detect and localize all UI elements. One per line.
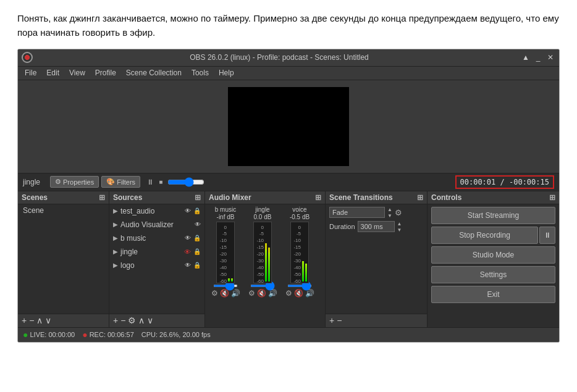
jingle-gear-icon[interactable]: ⚙ xyxy=(248,289,255,298)
controls-options-icon[interactable]: ⊞ xyxy=(549,193,555,202)
sources-up-button[interactable]: ∧ xyxy=(138,316,145,325)
stop-recording-button[interactable]: Stop Recording xyxy=(431,227,538,244)
source-eye-icon[interactable]: 👁 xyxy=(185,207,191,214)
source-eye-icon[interactable]: 👁 xyxy=(185,262,191,269)
scenes-add-button[interactable]: + xyxy=(22,316,27,325)
transitions-options-icon[interactable]: ⊞ xyxy=(417,193,423,202)
obs-logo xyxy=(22,52,33,63)
duration-arrows[interactable]: ▲▼ xyxy=(397,221,402,233)
source-lock-icon: 🔒 xyxy=(193,248,201,255)
settings-button[interactable]: Settings xyxy=(431,266,555,283)
start-streaming-button[interactable]: Start Streaming xyxy=(431,207,555,224)
scenes-remove-button[interactable]: − xyxy=(29,316,34,325)
audio-options-icon[interactable]: ⊞ xyxy=(315,193,321,202)
menu-scene-collection[interactable]: Scene Collection xyxy=(122,67,186,78)
toolbar-left: jingle Properties Filters ⏸ ■ xyxy=(23,176,204,188)
close-button[interactable]: ✕ xyxy=(545,52,555,62)
scenes-down-button[interactable]: ∨ xyxy=(45,316,51,325)
fader-jingle[interactable] xyxy=(250,285,275,287)
exit-button[interactable]: Exit xyxy=(431,286,555,303)
scenes-footer: + − ∧ ∨ xyxy=(18,314,109,327)
stop-recording-row: Stop Recording ⏸ xyxy=(431,227,555,244)
transition-select[interactable]: Fade Cut Swipe xyxy=(329,207,385,218)
pause-icon[interactable]: ⏸ xyxy=(146,178,154,186)
stop-icon[interactable]: ■ xyxy=(159,178,162,185)
bmusic-gear-icon[interactable]: ⚙ xyxy=(211,289,218,298)
source-eye-red-icon[interactable]: 👁 xyxy=(184,248,191,256)
filter-icon xyxy=(106,178,115,186)
source-item-audio-visualizer[interactable]: ▶ Audio Visualizer 👁 xyxy=(109,218,204,231)
scene-item[interactable]: Scene xyxy=(18,204,109,217)
filters-button[interactable]: Filters xyxy=(101,176,140,188)
audio-channel-voice: voice -0.5 dB 0-5-10-15-20-30-40-50-60 xyxy=(282,206,318,298)
source-item-b-music[interactable]: ▶ b music 👁 🔒 xyxy=(109,231,204,245)
fader-voice[interactable] xyxy=(287,285,312,287)
menu-profile[interactable]: Profile xyxy=(91,67,120,78)
source-eye-icon[interactable]: 👁 xyxy=(185,235,191,241)
transitions-header: Scene Transitions ⊞ xyxy=(326,191,427,204)
sources-add-button[interactable]: + xyxy=(113,316,118,325)
audio-mixer-header: Audio Mixer ⊞ xyxy=(205,191,325,204)
source-item-logo[interactable]: ▶ logo 👁 🔒 xyxy=(109,259,204,272)
voice-mute-icon[interactable]: 🔇 xyxy=(294,289,303,298)
voice-audio-icon[interactable]: 🔊 xyxy=(305,289,314,298)
transitions-footer: + − xyxy=(326,314,427,327)
bmusic-audio-icon[interactable]: 🔊 xyxy=(231,289,240,298)
transition-gear-icon[interactable]: ⚙ xyxy=(395,208,402,217)
minimize-button[interactable]: ▲ xyxy=(521,52,531,62)
meter-voice: 0-5-10-15-20-30-40-50-60 xyxy=(290,222,309,283)
jingle-audio-icon[interactable]: 🔊 xyxy=(268,289,277,298)
sources-options-icon[interactable]: ⊞ xyxy=(195,193,201,202)
jingle-channel-icons: ⚙ 🔇 🔊 xyxy=(248,289,277,298)
preview-canvas xyxy=(228,87,349,166)
voice-gear-icon[interactable]: ⚙ xyxy=(285,289,292,298)
source-lock-icon: 🔒 xyxy=(193,235,201,241)
scenes-up-button[interactable]: ∧ xyxy=(36,316,43,325)
menu-file[interactable]: File xyxy=(20,67,41,78)
menu-view[interactable]: View xyxy=(65,67,90,78)
menu-bar: File Edit View Profile Scene Collection … xyxy=(18,67,559,80)
sources-header: Sources ⊞ xyxy=(109,191,204,204)
jingle-mute-icon[interactable]: 🔇 xyxy=(257,289,266,298)
source-play-icon: ▶ xyxy=(113,235,118,241)
studio-mode-button[interactable]: Studio Mode xyxy=(431,246,555,264)
gear-icon xyxy=(55,178,61,186)
voice-channel-icons: ⚙ 🔇 🔊 xyxy=(285,289,314,298)
sources-remove-button[interactable]: − xyxy=(120,316,125,325)
timer-display: 00:00:01 / -00:00:15 xyxy=(455,175,555,189)
source-play-icon: ▶ xyxy=(113,262,118,269)
duration-input[interactable] xyxy=(358,221,395,232)
sources-footer: + − ⚙ ∧ ∨ xyxy=(109,314,204,327)
properties-button[interactable]: Properties xyxy=(50,176,99,188)
transitions-add-button[interactable]: + xyxy=(329,316,334,325)
source-item-test-audio[interactable]: ▶ test_audio 👁 🔒 xyxy=(109,204,204,218)
source-item-jingle[interactable]: ▶ jingle 👁 🔒 xyxy=(109,245,204,259)
source-play-icon: ▶ xyxy=(113,207,118,214)
maximize-button[interactable]: _ xyxy=(533,52,543,62)
volume-slider[interactable] xyxy=(167,177,204,187)
scenes-options-icon[interactable]: ⊞ xyxy=(99,193,105,202)
sources-settings-button[interactable]: ⚙ xyxy=(128,316,136,325)
fader-bmusic[interactable] xyxy=(213,285,238,287)
title-bar: OBS 26.0.2 (linux) - Profile: podcast - … xyxy=(18,49,559,67)
toolbar-strip: jingle Properties Filters ⏸ ■ 00:00:01 /… xyxy=(18,173,559,191)
transitions-content: Fade Cut Swipe ▲▼ ⚙ Duration ▲▼ xyxy=(326,204,427,314)
source-eye-icon[interactable]: 👁 xyxy=(195,221,201,228)
panels-row: Scenes ⊞ Scene + − ∧ ∨ Sources ⊞ ▶ xyxy=(18,191,559,327)
menu-tools[interactable]: Tools xyxy=(187,67,213,78)
sources-down-button[interactable]: ∨ xyxy=(147,316,153,325)
meter-jingle: 0-5-10-15-20-30-40-50-60 xyxy=(253,222,272,283)
scenes-header: Scenes ⊞ xyxy=(18,191,109,204)
sources-panel: Sources ⊞ ▶ test_audio 👁 🔒 ▶ Audio Visua… xyxy=(109,191,205,327)
recording-pause-button[interactable]: ⏸ xyxy=(539,227,555,244)
obs-window: OBS 26.0.2 (linux) - Profile: podcast - … xyxy=(17,49,560,343)
transitions-remove-button[interactable]: − xyxy=(337,316,342,325)
menu-help[interactable]: Help xyxy=(214,67,238,78)
menu-edit[interactable]: Edit xyxy=(42,67,64,78)
bmusic-mute-icon[interactable]: 🔇 xyxy=(220,289,229,298)
scenes-list: Scene xyxy=(18,204,109,314)
source-play-icon: ▶ xyxy=(113,248,118,255)
meter-bmusic: 0-5-10-15-20-30-40-50-60 xyxy=(216,222,235,283)
live-status: ● LIVE: 00:00:00 xyxy=(23,330,75,340)
transition-arrows[interactable]: ▲▼ xyxy=(387,207,392,219)
